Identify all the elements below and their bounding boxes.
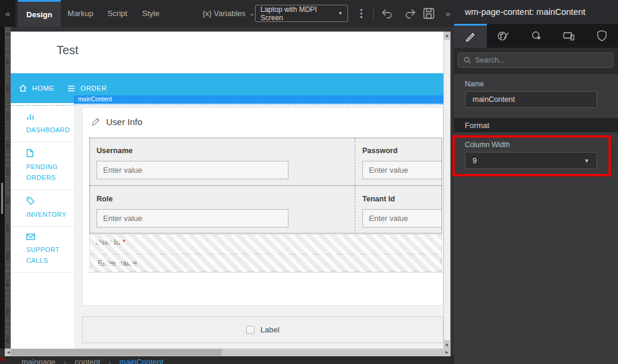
recording-indicator (0, 357, 5, 361)
sidebar-item-label: CALLS (26, 255, 74, 266)
role-input[interactable] (97, 209, 288, 228)
tab-properties[interactable] (454, 24, 487, 48)
variables-label: {x} Variables (203, 9, 246, 18)
hscroll-thumb[interactable] (11, 349, 222, 356)
sidebar-item-dashboard[interactable]: DASHBOARD (11, 106, 74, 142)
column-width-label: Column Width (465, 141, 510, 149)
column-width-value: 9 (473, 157, 477, 165)
format-section-header: Format (454, 118, 618, 132)
sidebar-item-label: INVENTORY (26, 209, 74, 220)
ruler-mark: 500 (5, 306, 11, 318)
canvas-horizontal-scrollbar[interactable]: ◄ ► (5, 349, 451, 356)
form-grid: Username Password Role (89, 138, 442, 234)
field-label: Username (97, 147, 132, 155)
sidebar-item-label: ORDERS (26, 172, 74, 183)
sidebar-item-support-calls[interactable]: SUPPORTCALLS (11, 227, 74, 273)
scroll-right-icon[interactable]: ► (443, 349, 451, 356)
breadcrumb-separator-icon: › (108, 357, 111, 364)
redo-button[interactable] (403, 7, 417, 21)
userid-input[interactable] (91, 254, 441, 272)
inspector-title: wm-page-content: mainContent (454, 0, 618, 24)
tab-design[interactable]: Design (18, 0, 61, 27)
form-cell: Tenant Id (356, 186, 442, 234)
panel-header: User Info (91, 117, 142, 127)
tab-security[interactable] (585, 24, 618, 48)
vscroll-thumb[interactable] (444, 40, 450, 340)
search-placeholder: Search... (475, 56, 505, 64)
breadcrumb-item-content[interactable]: content (74, 357, 100, 364)
ruler-mark: 350 (5, 223, 11, 235)
panel-title: User Info (106, 117, 142, 127)
inspector-search-section: Search... (454, 48, 618, 74)
undo-button[interactable] (380, 7, 395, 21)
edit-pencil-icon (91, 117, 100, 126)
bar-chart-icon (26, 113, 74, 120)
sidebar-item-label: DASHBOARD (26, 125, 74, 135)
palette-icon (497, 30, 510, 42)
column-width-select[interactable]: 9 ▼ (465, 152, 597, 169)
inspector-tabbar (454, 24, 618, 48)
nav-item-label: HOME (32, 85, 54, 92)
search-input[interactable]: Search... (458, 52, 614, 68)
checkbox[interactable] (246, 326, 254, 334)
tenantid-input[interactable] (362, 209, 442, 228)
scroll-down-icon[interactable]: ▼ (443, 341, 451, 349)
variables-menu-button[interactable]: {x} Variables ⌄ (203, 0, 254, 27)
selected-widget-tag[interactable]: mainContent (74, 95, 443, 104)
undo-icon (380, 7, 395, 21)
properties-panel: wm-page-content: mainContent (454, 0, 618, 364)
device-preview-select[interactable]: Laptop with MDPI Screen ▼ (255, 5, 348, 22)
design-canvas: 050100150200250300350400450500550 Test H… (0, 27, 454, 356)
tab-style[interactable]: Style (135, 0, 167, 27)
nav-item-label: ORDER (80, 85, 107, 92)
vertical-ruler: 050100150200250300350400450500550 (5, 27, 11, 349)
more-options-icon[interactable]: ⋮ (356, 4, 366, 23)
save-button[interactable] (422, 7, 436, 21)
app-main-content[interactable]: User Info Username Password (74, 105, 443, 349)
nav-item-home[interactable]: HOME (19, 85, 54, 92)
ruler-mark: 450 (5, 278, 11, 290)
save-icon (422, 7, 436, 20)
breadcrumb-item-mainpage[interactable]: mainpage (21, 357, 55, 364)
app-page-preview: Test HOME ORDER mainContent DASHBOARDPEN… (11, 32, 443, 349)
required-asterisk: * (122, 238, 125, 247)
ruler-mark: 100 (5, 83, 11, 95)
user-info-panel[interactable]: User Info Username Password (82, 107, 443, 306)
breadcrumb-separator-icon: › (64, 357, 66, 364)
nav-item-order[interactable]: ORDER (67, 85, 107, 92)
left-strip-scrollbar[interactable] (1, 183, 3, 214)
tab-script[interactable]: Script (100, 0, 135, 27)
form-cell: Username (90, 138, 355, 185)
home-icon (19, 85, 27, 92)
ruler-mark: 50 (5, 56, 11, 68)
envelope-icon (26, 234, 74, 240)
password-input[interactable] (362, 161, 442, 179)
tab-devices[interactable] (552, 24, 585, 48)
label-checkbox-container[interactable]: Label (82, 316, 443, 343)
ruler-mark: 300 (5, 195, 11, 207)
username-input[interactable] (97, 161, 288, 179)
sidebar-item-inventory[interactable]: INVENTORY (11, 190, 74, 227)
tab-events[interactable] (520, 24, 552, 48)
devices-icon (563, 30, 576, 41)
ruler-mark: 400 (5, 250, 11, 262)
sidebar-item-pending-orders[interactable]: PENDINGORDERS (11, 142, 74, 190)
widget-breadcrumb-bar: mainpage › content › mainContent (0, 356, 454, 364)
app-left-nav: DASHBOARDPENDINGORDERSINVENTORYSUPPORTCA… (11, 105, 74, 349)
ruler-mark: 550 (5, 334, 11, 346)
scroll-up-icon[interactable]: ▲ (443, 32, 451, 39)
tab-markup[interactable]: Markup (61, 0, 100, 27)
chevron-down-icon: ⌄ (249, 10, 254, 17)
hidden-field-row: User Id* (89, 234, 442, 273)
ruler-mark: 150 (5, 111, 11, 123)
form-row-1: Username Password (90, 138, 442, 186)
form-row-2: Role Tenant Id (90, 186, 442, 234)
name-input[interactable]: mainContent (465, 91, 597, 108)
tab-styles[interactable] (487, 24, 520, 48)
redo-icon (403, 7, 417, 21)
collapse-left-panel-icon[interactable]: « (0, 0, 15, 27)
pencil-icon (465, 31, 476, 42)
canvas-vertical-scrollbar[interactable]: ▲ ▼ (443, 32, 451, 349)
expand-right-panel-icon[interactable]: » (442, 0, 454, 27)
breadcrumb-item-maincontent[interactable]: mainContent (119, 357, 163, 364)
